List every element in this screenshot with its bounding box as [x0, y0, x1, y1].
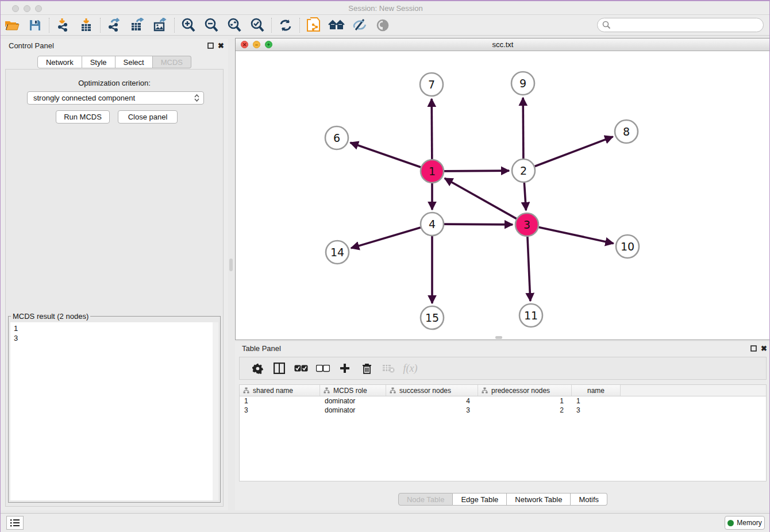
edge-4-3[interactable]: [444, 224, 513, 225]
column-header-predecessor-nodes[interactable]: predecessor nodes: [478, 385, 572, 396]
select-all-button[interactable]: [290, 365, 312, 372]
table-settings-button[interactable]: [247, 363, 268, 374]
export-image-button[interactable]: [149, 16, 172, 34]
show-all-nodes-button[interactable]: [325, 16, 348, 34]
plus-icon: [340, 363, 350, 373]
node-label-15: 15: [425, 311, 439, 324]
tab-select[interactable]: Select: [116, 56, 153, 68]
tab-network-table[interactable]: Network Table: [507, 493, 571, 506]
column-header-name[interactable]: name: [572, 385, 621, 396]
deselect-all-button[interactable]: [312, 365, 334, 372]
table-cell[interactable]: 3: [240, 406, 320, 415]
zoom-fit-button[interactable]: [223, 16, 246, 34]
node-label-8: 8: [623, 125, 630, 138]
column-header-label: predecessor nodes: [491, 387, 550, 395]
hide-selected-button[interactable]: [348, 16, 371, 34]
node-label-10: 10: [621, 240, 634, 253]
table-cell[interactable]: 3: [572, 406, 621, 415]
delete-table-button[interactable]: [378, 364, 399, 373]
show-hidden-button[interactable]: [371, 16, 394, 34]
search-input[interactable]: [597, 18, 764, 32]
edge-1-6[interactable]: [351, 142, 421, 167]
tab-motifs[interactable]: Motifs: [571, 493, 607, 506]
edge-1-2[interactable]: [444, 171, 509, 171]
node-table[interactable]: shared nameMCDS rolesuccessor nodesprede…: [239, 384, 767, 481]
tab-edge-table[interactable]: Edge Table: [453, 493, 507, 506]
zoom-in-button[interactable]: [177, 16, 200, 34]
table-cell[interactable]: 1: [240, 396, 320, 406]
tab-style[interactable]: Style: [82, 56, 116, 68]
zoom-selected-button[interactable]: [246, 16, 269, 34]
table-cell[interactable]: dominator: [320, 396, 386, 406]
column-header-successor-nodes[interactable]: successor nodes: [386, 385, 478, 396]
export-table-icon: [130, 18, 145, 33]
close-table-panel-icon[interactable]: ✖: [761, 344, 767, 353]
zoom-out-button[interactable]: [200, 16, 223, 34]
open-folder-icon: [5, 19, 20, 32]
function-builder-button[interactable]: f(x): [399, 363, 421, 375]
column-header-shared-name[interactable]: shared name: [240, 385, 320, 396]
table-cell[interactable]: 2: [478, 406, 572, 415]
import-network-button[interactable]: [52, 16, 75, 34]
mcds-result-group: MCDS result (2 nodes) 13: [8, 312, 221, 503]
control-panel: Control Panel ✖ NetworkStyleSelectMCDS O…: [1, 39, 228, 510]
delete-column-button[interactable]: [356, 363, 378, 374]
edge-1-7[interactable]: [432, 99, 432, 159]
table-cell[interactable]: 1: [572, 396, 621, 406]
table-cell[interactable]: 4: [386, 396, 478, 406]
tab-mcds[interactable]: MCDS: [153, 56, 191, 68]
network-window-titlebar[interactable]: ✕ − + scc.txt: [236, 38, 770, 51]
toolbar-separator: [271, 18, 272, 33]
column-header-MCDS-role[interactable]: MCDS role: [320, 385, 386, 396]
node-label-14: 14: [330, 246, 344, 259]
import-table-button[interactable]: [75, 16, 98, 34]
table-cell[interactable]: 3: [386, 406, 478, 415]
hierarchy-icon: [324, 387, 330, 394]
edge-4-14[interactable]: [351, 228, 421, 248]
add-column-button[interactable]: [334, 363, 356, 373]
task-history-button[interactable]: [6, 516, 24, 530]
memory-button[interactable]: Memory: [725, 516, 765, 530]
checked-boxes-icon: [294, 365, 308, 372]
criterion-dropdown[interactable]: strongly connected component: [27, 91, 204, 105]
zoom-selected-icon: [250, 18, 265, 33]
result-scrollbar[interactable]: [213, 322, 218, 500]
close-panel-button[interactable]: Close panel: [118, 110, 178, 124]
close-panel-icon[interactable]: ✖: [218, 41, 224, 50]
import-network-icon: [56, 18, 70, 33]
hierarchy-icon: [390, 387, 396, 394]
table-toolbar: f(x): [239, 357, 767, 380]
network-hscroll-thumb[interactable]: [495, 336, 502, 339]
table-cell[interactable]: 1: [478, 396, 572, 406]
float-panel-icon[interactable]: [207, 43, 214, 49]
show-columns-button[interactable]: [268, 363, 290, 374]
hide-eye-icon: [352, 18, 367, 32]
float-table-panel-icon[interactable]: [750, 345, 757, 352]
panel-splitter-handle[interactable]: [229, 259, 233, 271]
edge-2-3[interactable]: [524, 183, 526, 210]
tab-network[interactable]: Network: [37, 56, 82, 68]
edge-3-1[interactable]: [445, 178, 517, 218]
list-icon: [10, 519, 20, 527]
table-cell[interactable]: dominator: [320, 406, 386, 415]
table-panel: Table Panel ✖ f(x) shared nameMCDS rol: [235, 342, 770, 510]
edge-2-8[interactable]: [535, 137, 613, 167]
mcds-result-list[interactable]: 13: [10, 322, 218, 500]
delete-table-icon: [382, 364, 395, 373]
tab-node-table[interactable]: Node Table: [398, 493, 453, 506]
edge-3-10[interactable]: [539, 227, 614, 243]
refresh-view-button[interactable]: [274, 16, 297, 34]
new-network-from-selection-button[interactable]: [302, 16, 325, 34]
edge-2-9[interactable]: [523, 98, 523, 159]
open-session-button[interactable]: [1, 16, 24, 34]
table-row[interactable]: 1dominator411: [240, 396, 766, 406]
export-table-button[interactable]: [126, 16, 149, 34]
run-mcds-button[interactable]: Run MCDS: [56, 110, 110, 124]
save-session-button[interactable]: [24, 16, 47, 34]
edge-3-11[interactable]: [528, 237, 530, 301]
network-window: ✕ − + scc.txt 7968124314101511: [235, 38, 770, 340]
network-graph[interactable]: 7968124314101511: [236, 51, 770, 340]
export-network-button[interactable]: [103, 16, 126, 34]
network-canvas[interactable]: 7968124314101511: [236, 51, 770, 340]
table-row[interactable]: 3dominator323: [240, 406, 766, 415]
